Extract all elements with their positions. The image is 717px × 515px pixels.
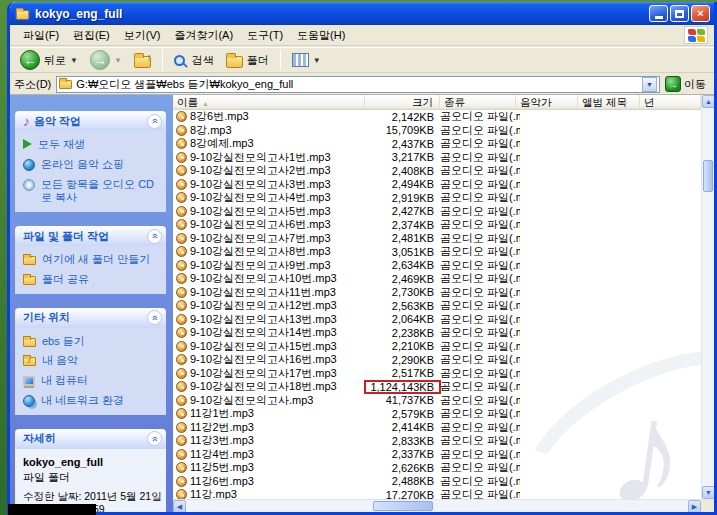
views-icon <box>292 53 309 67</box>
panel-music-tasks-header[interactable]: ♪ 음악 작업 » <box>15 111 166 131</box>
panel-other-places-header[interactable]: 기타 위치 » <box>15 308 166 328</box>
file-row[interactable]: 8강예제.mp32,437KB곰오디오 파일(.m... <box>173 137 701 151</box>
task-share-folder[interactable]: 폴더 공유 <box>23 273 162 287</box>
collapse-chevron-icon[interactable]: » <box>147 310 162 325</box>
views-button[interactable]: ▼ <box>288 52 325 68</box>
file-row[interactable]: 9-10강실전모의고사2번.mp32,408KB곰오디오 파일(.m... <box>173 164 701 178</box>
column-header-type[interactable]: 종류 <box>440 95 516 109</box>
vertical-scrollbar[interactable]: ▲ ▼ <box>701 95 714 499</box>
search-button[interactable]: 검색 <box>170 52 218 69</box>
file-row[interactable]: 11강1번.mp32,579KB곰오디오 파일(.m... <box>173 407 701 421</box>
place-my-network[interactable]: 내 네트워크 환경 <box>23 394 162 408</box>
vertical-scroll-thumb[interactable] <box>703 160 713 192</box>
folders-button[interactable]: 폴더 <box>222 52 273 69</box>
column-header-name[interactable]: 이름▲ <box>173 95 365 109</box>
collapse-chevron-icon[interactable]: » <box>147 114 162 129</box>
file-row[interactable]: 9-10강실전모의고사13번.mp32,064KB곰오디오 파일(.m... <box>173 313 701 327</box>
title-bar[interactable]: kokyo_eng_full × <box>10 2 714 25</box>
file-row[interactable]: 9-10강실전모의고사17번.mp32,517KB곰오디오 파일(.m... <box>173 367 701 381</box>
scroll-up-icon[interactable]: ▲ <box>702 95 714 108</box>
mp3-file-icon <box>176 476 187 487</box>
cd-icon <box>23 179 35 191</box>
panel-file-tasks-header[interactable]: 파일 및 폴더 작업 » <box>15 226 166 246</box>
file-row[interactable]: 9-10강실전모의고사1번.mp33,217KB곰오디오 파일(.m... <box>173 151 701 165</box>
column-header-year[interactable]: 년 <box>640 95 701 109</box>
column-header-album[interactable]: 앨범 제목 <box>578 95 640 109</box>
file-row[interactable]: 11강6번.mp32,488KB곰오디오 파일(.m... <box>173 475 701 489</box>
menu-help[interactable]: 도움말(H) <box>290 26 352 45</box>
column-header-artist[interactable]: 음악가 <box>516 95 578 109</box>
file-row[interactable]: 9-10강실전모의고사18번.mp31,124,143KB곰오디오 파일(.m.… <box>173 380 701 394</box>
scroll-down-icon[interactable]: ▼ <box>702 486 714 499</box>
file-row[interactable]: 11강3번.mp32,833KB곰오디오 파일(.m... <box>173 434 701 448</box>
file-size: 2,238KB <box>365 327 440 339</box>
file-row[interactable]: 8강6번.mp32,142KB곰오디오 파일(.m... <box>173 110 701 124</box>
go-button[interactable]: → 이동 <box>665 76 710 92</box>
toolbar-separator <box>280 50 281 70</box>
address-field[interactable]: G:₩오디오 샘플₩ebs 듣기₩kokyo_eng_full ▼ <box>56 76 660 93</box>
task-new-folder[interactable]: 여기에 새 폴더 만들기 <box>23 253 162 267</box>
file-size-highlighted: 1,124,143KB <box>365 381 440 393</box>
address-input[interactable]: G:₩오디오 샘플₩ebs 듣기₩kokyo_eng_full <box>76 77 638 92</box>
file-row[interactable]: 9-10강실전모의고사6번.mp32,374KB곰오디오 파일(.m... <box>173 218 701 232</box>
collapse-chevron-icon[interactable]: » <box>147 431 162 446</box>
file-row[interactable]: 8강.mp315,709KB곰오디오 파일(.m... <box>173 124 701 138</box>
file-row[interactable]: 9-10강실전모의고사11번.mp32,730KB곰오디오 파일(.m... <box>173 286 701 300</box>
file-row[interactable]: 9-10강실전모의고사4번.mp32,919KB곰오디오 파일(.m... <box>173 191 701 205</box>
file-row[interactable]: 9-10강실전모의고사8번.mp33,051KB곰오디오 파일(.m... <box>173 245 701 259</box>
file-row[interactable]: 9-10강실전모의고사9번.mp32,634KB곰오디오 파일(.m... <box>173 259 701 273</box>
file-row[interactable]: 11강.mp317,270KB곰오디오 파일(.m... <box>173 488 701 499</box>
scroll-left-icon[interactable]: ◀ <box>173 500 186 512</box>
file-row[interactable]: 9-10강실전모의고사12번.mp32,563KB곰오디오 파일(.m... <box>173 299 701 313</box>
file-row[interactable]: 11강2번.mp32,414KB곰오디오 파일(.m... <box>173 421 701 435</box>
task-shop-online[interactable]: 온라인 음악 쇼핑 <box>23 158 162 172</box>
file-name[interactable]: 11강.mp3 <box>190 487 365 499</box>
file-row[interactable]: 9-10강실전모의고사14번.mp32,238KB곰오디오 파일(.m... <box>173 326 701 340</box>
menu-favorites[interactable]: 즐겨찾기(A) <box>167 26 240 45</box>
views-dropdown-icon[interactable]: ▼ <box>313 56 321 65</box>
file-row[interactable]: 9-10강실전모의고사3번.mp32,494KB곰오디오 파일(.m... <box>173 178 701 192</box>
place-ebs-folder[interactable]: ebs 듣기 <box>23 335 162 349</box>
scroll-right-icon[interactable]: ▶ <box>688 500 701 512</box>
horizontal-scroll-thumb[interactable] <box>373 501 433 511</box>
menu-file[interactable]: 파일(F) <box>16 26 66 45</box>
address-dropdown-button[interactable]: ▼ <box>642 77 657 92</box>
search-icon <box>174 55 185 66</box>
panel-details-header[interactable]: 자세히 » <box>15 429 166 449</box>
menu-tools[interactable]: 도구(T) <box>240 26 290 45</box>
task-copy-to-cd[interactable]: 모든 항목을 오디오 CD 로 복사 <box>23 178 162 206</box>
place-my-computer[interactable]: 내 컴퓨터 <box>23 374 162 388</box>
maximize-button[interactable] <box>670 5 689 22</box>
task-pane: ♪ 음악 작업 » 모두 재생 온라인 음악 쇼핑 <box>10 95 173 512</box>
file-row[interactable]: 9-10강실전모의고사.mp341,737KB곰오디오 파일(.m... <box>173 394 701 408</box>
file-size: 2,408KB <box>365 165 440 177</box>
file-row[interactable]: 9-10강실전모의고사7번.mp32,481KB곰오디오 파일(.m... <box>173 232 701 246</box>
folder-up-icon: ↑ <box>134 56 151 68</box>
menu-edit[interactable]: 편집(E) <box>66 26 117 45</box>
file-size: 2,337KB <box>365 448 440 460</box>
task-play-all[interactable]: 모두 재생 <box>23 138 162 152</box>
windows-logo-icon <box>684 26 708 44</box>
menu-view[interactable]: 보기(V) <box>117 26 168 45</box>
place-label: ebs 듣기 <box>42 335 85 349</box>
file-size: 2,563KB <box>365 300 440 312</box>
minimize-button[interactable] <box>649 5 668 22</box>
panel-title: 음악 작업 <box>34 114 81 129</box>
up-button[interactable]: ↑ <box>130 52 155 69</box>
task-label: 여기에 새 폴더 만들기 <box>42 253 150 267</box>
place-my-music[interactable]: 내 음악 <box>23 354 162 368</box>
column-header-size[interactable]: 크기 <box>365 95 440 109</box>
close-button[interactable]: × <box>691 5 710 22</box>
collapse-chevron-icon[interactable]: » <box>147 229 162 244</box>
back-dropdown-icon[interactable]: ▼ <box>70 56 78 65</box>
file-row[interactable]: 9-10강실전모의고사15번.mp32,210KB곰오디오 파일(.m... <box>173 340 701 354</box>
file-size: 15,709KB <box>365 124 440 136</box>
file-row[interactable]: 11강5번.mp32,626KB곰오디오 파일(.m... <box>173 461 701 475</box>
horizontal-scrollbar[interactable]: ◀ ▶ <box>173 499 701 512</box>
forward-button[interactable]: → ▼ <box>86 49 126 71</box>
back-button[interactable]: ← 뒤로 ▼ <box>16 49 82 71</box>
file-row[interactable]: 9-10강실전모의고사5번.mp32,427KB곰오디오 파일(.m... <box>173 205 701 219</box>
file-row[interactable]: 11강4번.mp32,337KB곰오디오 파일(.m... <box>173 448 701 462</box>
file-row[interactable]: 9-10강실전모의고사16번.mp32,290KB곰오디오 파일(.m... <box>173 353 701 367</box>
file-row[interactable]: 9-10강실전모의고사10번.mp32,469KB곰오디오 파일(.m... <box>173 272 701 286</box>
